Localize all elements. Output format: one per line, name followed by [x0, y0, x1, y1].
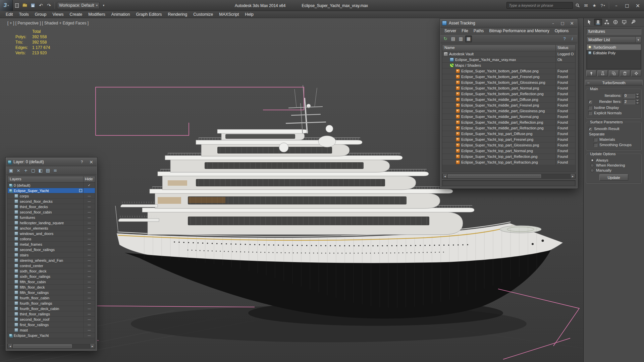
scroll-left-arrow[interactable]: ◂ — [442, 174, 447, 178]
layer-hide-cell[interactable]: — — [84, 205, 95, 208]
spinner-down-icon[interactable]: ▾ — [636, 102, 639, 104]
layer-hide-cell[interactable]: — — [84, 291, 95, 294]
layer-row[interactable]: collons — — [8, 236, 95, 242]
layer-properties-button[interactable]: ▤ — [45, 167, 51, 174]
layer-hide-cell[interactable]: — — [84, 285, 95, 289]
help-button[interactable]: ?▾ — [599, 2, 606, 9]
spinner-up-icon[interactable]: ▴ — [636, 93, 639, 96]
object-name-field[interactable]: furnitures — [586, 28, 641, 35]
perspective-viewport[interactable]: [ + ] [ Perspective ] [ Shaded + Edged F… — [0, 18, 583, 362]
iterations-input[interactable]: 0 — [623, 93, 635, 98]
layer-hide-cell[interactable]: — — [84, 253, 95, 257]
asset-menu-bitmap-performance-and-memory[interactable]: Bitmap Performance and Memory — [486, 28, 552, 34]
layer-row[interactable]: third_floor_decks — — [8, 204, 95, 209]
undo-button[interactable]: ↶ — [37, 2, 45, 9]
asset-menu-file[interactable]: File — [459, 28, 471, 34]
modifier-stack[interactable]: TurboSmoothEditable Poly — [586, 44, 641, 69]
asset-row[interactable]: Eclipse_Super_Yacht_bottom_part_Glossine… — [442, 80, 575, 85]
open-file-button[interactable] — [21, 2, 29, 9]
asset-row[interactable]: Autodesk Vault Logged O — [442, 51, 575, 57]
asset-menu-paths[interactable]: Paths — [471, 28, 487, 34]
rollout-header[interactable]: – TurboSmooth — [585, 80, 643, 85]
smoothing-groups-checkbox[interactable] — [594, 143, 597, 147]
layer-row[interactable]: fourth_floor_deck_cabin — — [8, 306, 95, 311]
help-button[interactable]: ? — [78, 159, 86, 165]
layer-horizontal-scrollbar[interactable]: ◂ ▸ — [7, 344, 95, 349]
asset-row[interactable]: Eclipse_Super_Yacht_top_part_Reflection.… — [442, 154, 575, 160]
pin-stack-button[interactable] — [586, 70, 596, 76]
layer-row[interactable]: fifth_floor_cabin — — [8, 279, 95, 285]
maximize-button[interactable]: □ — [559, 20, 566, 26]
smooth-result-checkbox[interactable]: ✓ — [588, 127, 592, 131]
asset-row[interactable]: Eclipse_Super_Yacht_middle_part_Normal.p… — [442, 114, 575, 120]
layer-hide-cell[interactable]: — — [84, 307, 95, 310]
menu-create[interactable]: Create — [67, 11, 86, 17]
menu-maxscript[interactable]: MAXScript — [216, 11, 242, 17]
layer-row[interactable]: 0 (default) ✓ — [8, 183, 95, 188]
layer-row[interactable]: stairs — — [8, 252, 95, 258]
asset-row[interactable]: Eclipse_Super_Yacht_bottom_part_Normal.p… — [442, 85, 575, 91]
layer-hide-cell[interactable]: — — [84, 317, 95, 321]
asset-menu-server[interactable]: Server — [442, 28, 459, 34]
explicit-normals-checkbox[interactable] — [588, 111, 592, 115]
layer-hide-cell[interactable]: — — [84, 258, 95, 262]
render-iters-input[interactable]: 2 — [623, 99, 635, 104]
asset-row[interactable]: Eclipse_Super_Yacht_top_part_Refraction.… — [442, 160, 575, 165]
layer-row[interactable]: fourth_floor_railings — — [8, 301, 95, 306]
asset-row[interactable]: Eclipse_Super_Yacht_middle_part_Diffuse.… — [442, 97, 575, 103]
refresh-button[interactable]: ↻ — [442, 36, 449, 42]
select-layer-objects-button[interactable]: ▢ — [30, 167, 37, 174]
materials-checkbox[interactable] — [594, 138, 597, 141]
asset-row[interactable]: Eclipse_Super_Yacht_bottom_part_Fresnel.… — [442, 74, 575, 80]
layer-hide-cell[interactable]: — — [84, 323, 95, 326]
info-button[interactable]: i — [569, 36, 576, 42]
menu-views[interactable]: Views — [49, 11, 66, 17]
layer-row[interactable]: anchor_elements — — [8, 226, 95, 231]
layer-hide-cell[interactable]: — — [84, 264, 95, 267]
layer-window-titlebar[interactable]: Layer: 0 (default) ? × — [6, 158, 97, 166]
scroll-right-arrow[interactable]: ▸ — [90, 344, 95, 348]
minimize-button[interactable]: – — [611, 1, 621, 9]
close-button[interactable]: × — [633, 1, 643, 9]
layer-hide-cell[interactable]: — — [84, 242, 95, 246]
tab-modify[interactable] — [594, 19, 602, 25]
layer-hide-cell[interactable]: — — [84, 237, 95, 241]
layer-hide-cell[interactable]: — — [84, 328, 95, 332]
tab-utilities[interactable] — [629, 19, 637, 25]
isoline-display-checkbox[interactable] — [588, 106, 592, 110]
scrollbar-thumb[interactable] — [13, 344, 72, 348]
column-header-hide[interactable]: Hide — [84, 176, 95, 182]
stack-item-editable-poly[interactable]: Editable Poly — [587, 50, 641, 56]
layer-hide-cell[interactable]: — — [84, 210, 95, 214]
asset-row[interactable]: Eclipse_Super_Yacht_top_part_Fresnel.png… — [442, 137, 575, 142]
asset-row[interactable]: Eclipse_Super_Yacht_middle_part_Reflecti… — [442, 120, 575, 125]
layer-row[interactable]: mast — — [8, 327, 95, 333]
layer-row[interactable]: second_floor_roof — — [8, 317, 95, 322]
add-to-layer-button[interactable]: + — [22, 167, 29, 174]
view-list-button[interactable]: ▤ — [450, 36, 457, 42]
menu-help[interactable]: Help — [242, 11, 257, 17]
layer-hide-cell[interactable]: — — [84, 226, 95, 230]
layer-row[interactable]: metal_frames — — [8, 242, 95, 247]
menu-customize[interactable]: Customize — [190, 11, 216, 17]
asset-horizontal-scrollbar[interactable]: ◂ ▸ — [442, 174, 576, 179]
asset-row[interactable]: Maps / Shaders — [442, 63, 575, 68]
make-unique-button[interactable] — [609, 70, 619, 76]
asset-menu-options[interactable]: Options — [552, 28, 571, 34]
set-current-layer-button[interactable]: ◧ — [37, 167, 44, 174]
layer-row[interactable]: second_floor_decks — — [8, 199, 95, 204]
new-scene-button[interactable] — [13, 2, 20, 9]
scroll-left-arrow[interactable]: ◂ — [8, 344, 13, 348]
layer-hide-cell[interactable]: — — [84, 199, 95, 203]
layer-row[interactable]: fifth_floor_deck — — [8, 285, 95, 290]
layer-hide-cell[interactable]: — — [84, 334, 95, 337]
close-button[interactable]: × — [88, 159, 95, 165]
radio-manually[interactable] — [590, 169, 594, 172]
favorites-button[interactable]: ★ — [591, 2, 598, 9]
layer-hide-cell[interactable]: — — [84, 194, 95, 198]
layer-hide-cell[interactable]: — — [84, 280, 95, 284]
delete-layer-button[interactable]: × — [15, 167, 22, 174]
view-details-button[interactable]: ▥ — [458, 36, 464, 42]
close-button[interactable]: × — [568, 20, 576, 26]
layer-hide-cell[interactable]: ✓ — [84, 183, 95, 187]
